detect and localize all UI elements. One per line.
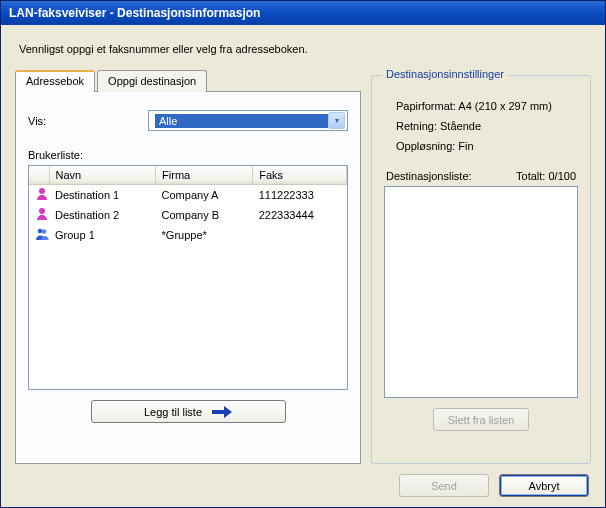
addressbook-panel: Vis: Alle ▾ Brukerliste: Navn [15,91,361,464]
chevron-down-icon[interactable]: ▾ [328,112,345,129]
userlist-label: Brukerliste: [28,149,348,161]
tab-enter-destination[interactable]: Oppgi destinasjon [97,70,207,92]
destination-settings-group: Destinasjonsinnstillinger Papirformat: A… [371,75,591,464]
paper-format: Papirformat: A4 (210 x 297 mm) [396,96,574,116]
dialog-buttons: Send Avbryt [15,474,591,497]
destination-listbox[interactable] [384,186,578,398]
svg-point-0 [39,188,45,194]
window-titlebar: LAN-faksveiviser - Destinasjonsinformasj… [1,1,605,25]
vis-row: Vis: Alle ▾ [28,110,348,131]
content-area: Vennligst oppgi et faksnummer eller velg… [1,25,605,507]
cell-fax [253,225,347,245]
svg-rect-4 [212,410,224,414]
person-icon [29,205,49,225]
add-button-label: Legg til liste [144,406,202,418]
svg-point-2 [38,229,43,234]
svg-point-3 [42,229,47,234]
destlist-total: Totalt: 0/100 [516,170,576,182]
cell-name: Group 1 [49,225,156,245]
destination-settings-title: Destinasjonsinnstillinger [382,68,508,80]
left-pane: Adressebok Oppgi destinasjon Vis: Alle ▾… [15,69,361,464]
col-fax[interactable]: Faks [253,166,347,185]
cell-name: Destination 1 [49,185,156,206]
cell-name: Destination 2 [49,205,156,225]
userlist-table: Navn Firma Faks Destination 1Company A11… [29,166,347,245]
destlist-label: Destinasjonsliste: [386,170,472,182]
table-row[interactable]: Destination 2Company B222333444 [29,205,347,225]
col-company[interactable]: Firma [156,166,253,185]
add-to-list-button[interactable]: Legg til liste [91,400,286,423]
settings-list: Papirformat: A4 (210 x 297 mm) Retning: … [396,96,574,156]
vis-selected-value: Alle [155,114,328,128]
delete-row: Slett fra listen [384,408,578,431]
send-button: Send [399,474,489,497]
userlist-table-box[interactable]: Navn Firma Faks Destination 1Company A11… [28,165,348,390]
cell-fax: 111222333 [253,185,347,206]
svg-marker-5 [224,406,232,418]
cell-company: *Gruppe* [156,225,253,245]
svg-point-1 [39,208,45,214]
main-row: Adressebok Oppgi destinasjon Vis: Alle ▾… [15,69,591,464]
cancel-button[interactable]: Avbryt [499,474,589,497]
delete-from-list-button: Slett fra listen [433,408,530,431]
add-row: Legg til liste [28,400,348,423]
tab-addressbook[interactable]: Adressebok [15,70,95,92]
instruction-text: Vennligst oppgi et faksnummer eller velg… [19,43,591,55]
tab-bar: Adressebok Oppgi destinasjon [15,70,361,92]
person-icon [29,185,49,206]
destlist-header: Destinasjonsliste: Totalt: 0/100 [386,170,576,182]
cell-fax: 222333444 [253,205,347,225]
group-icon [29,225,49,245]
cell-company: Company A [156,185,253,206]
cell-company: Company B [156,205,253,225]
table-row[interactable]: Destination 1Company A111222333 [29,185,347,206]
window-title: LAN-faksveiviser - Destinasjonsinformasj… [9,6,260,20]
arrow-right-icon [212,406,232,418]
resolution: Oppløsning: Fin [396,136,574,156]
vis-label: Vis: [28,115,148,127]
vis-select[interactable]: Alle ▾ [148,110,348,131]
col-icon[interactable] [29,166,49,185]
table-row[interactable]: Group 1*Gruppe* [29,225,347,245]
fax-wizard-window: LAN-faksveiviser - Destinasjonsinformasj… [0,0,606,508]
orientation: Retning: Stående [396,116,574,136]
col-name[interactable]: Navn [49,166,156,185]
